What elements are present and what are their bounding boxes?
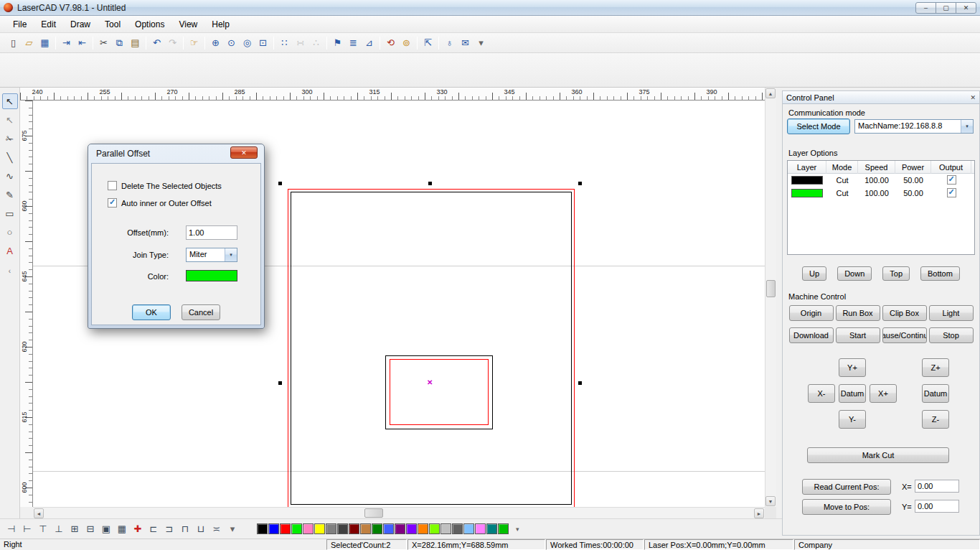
select-mode-button[interactable]: Select Mode — [787, 118, 850, 134]
array-output-icon[interactable]: ⇱ — [420, 35, 435, 50]
node-edit-tool[interactable]: ↖ — [2, 112, 18, 128]
selection-handle[interactable] — [278, 182, 282, 185]
mail-icon[interactable]: ✉ — [458, 35, 473, 50]
layer-row[interactable]: Cut100.0050.00 — [788, 174, 974, 187]
menu-item-tool[interactable]: Tool — [98, 17, 128, 32]
palette-color-swatch[interactable] — [440, 523, 451, 534]
palette-color-swatch[interactable] — [303, 523, 314, 534]
list-icon[interactable]: ≣ — [346, 35, 361, 50]
machine-origin-button[interactable]: Origin — [789, 305, 834, 321]
simulate-icon[interactable]: ⟲ — [383, 35, 398, 50]
paste-icon[interactable]: ▤ — [128, 35, 143, 50]
align-left-icon[interactable]: ⊣ — [4, 522, 19, 536]
layer-row[interactable]: Cut100.0050.00 — [788, 187, 974, 200]
selection-handle[interactable] — [578, 182, 582, 185]
horizontal-scrollbar[interactable]: ◄ ► — [33, 507, 765, 518]
jog-x-plus-button[interactable]: X+ — [870, 384, 897, 403]
layer-speed-cell[interactable]: 100.00 — [858, 176, 895, 185]
machine-stop-button[interactable]: Stop — [929, 327, 974, 343]
machine-name-select[interactable]: MachName:192.168.8.8 ▾ — [854, 119, 974, 134]
offset-value-input[interactable] — [186, 225, 237, 240]
layer-bottom-button[interactable]: Bottom — [920, 266, 960, 281]
order-icon[interactable]: ≍ — [209, 522, 224, 536]
pan-icon[interactable]: ☞ — [187, 35, 202, 50]
new-file-icon[interactable]: ▯ — [6, 35, 21, 50]
menu-item-draw[interactable]: Draw — [63, 17, 98, 32]
layer-output-checkbox[interactable] — [947, 175, 956, 185]
minimize-button[interactable]: – — [915, 2, 936, 14]
open-file-icon[interactable]: ▱ — [22, 35, 37, 50]
read-current-pos-button[interactable]: Read Current Pos: — [802, 479, 891, 495]
scroll-right-icon[interactable]: ► — [754, 508, 764, 518]
palette-color-swatch[interactable] — [280, 523, 291, 534]
scroll-left-icon[interactable]: ◄ — [34, 508, 44, 518]
save-icon[interactable]: ▦ — [37, 35, 52, 50]
scroll-up-icon[interactable]: ▲ — [765, 88, 776, 98]
layer-power-cell[interactable]: 50.00 — [895, 176, 931, 185]
group-icon[interactable]: ▦ — [115, 522, 129, 536]
layer-power-cell[interactable]: 50.00 — [895, 189, 931, 197]
selected-rectangle-object[interactable] — [291, 192, 572, 505]
menu-item-edit[interactable]: Edit — [34, 17, 63, 32]
palette-color-swatch[interactable] — [486, 523, 497, 534]
zoom-all-icon[interactable]: ◎ — [240, 35, 255, 50]
datum-z-button[interactable]: Datum — [922, 384, 949, 403]
scroll-down-icon[interactable]: ▼ — [765, 496, 776, 506]
palette-color-swatch[interactable] — [395, 523, 405, 534]
distribute-top-icon[interactable]: ⊓ — [178, 522, 192, 536]
mark-cut-button[interactable]: Mark Cut — [807, 447, 949, 463]
measure-icon[interactable]: ⊿ — [362, 35, 377, 50]
chevron-down-icon[interactable]: ▾ — [225, 248, 237, 261]
distribute-h-icon[interactable]: ⊏ — [146, 522, 161, 536]
close-button[interactable]: ✕ — [956, 2, 976, 14]
rectangle-tool[interactable]: ▭ — [2, 205, 18, 221]
palette-color-swatch[interactable] — [337, 523, 348, 534]
align-center-icon[interactable]: ⊞ — [67, 522, 82, 536]
palette-color-swatch[interactable] — [475, 523, 486, 534]
export-icon[interactable]: ⇤ — [75, 35, 90, 50]
machine-download-button[interactable]: Download — [789, 327, 834, 343]
align-right-icon[interactable]: ⊢ — [20, 522, 34, 536]
knife-tool[interactable]: ✁ — [2, 131, 18, 146]
maximize-button[interactable]: ▢ — [936, 2, 956, 14]
palette-color-swatch[interactable] — [314, 523, 325, 534]
menu-item-help[interactable]: Help — [204, 17, 237, 32]
palette-color-swatch[interactable] — [372, 523, 382, 534]
select-tool[interactable]: ↖ — [2, 93, 18, 109]
dialog-close-button[interactable]: ✕ — [230, 146, 258, 159]
pick-flag-icon[interactable]: ⚑ — [330, 35, 345, 50]
delete-objects-checkbox[interactable] — [108, 181, 117, 190]
palette-color-swatch[interactable] — [498, 523, 509, 534]
move-to-pos-button[interactable]: Move to Pos: — [802, 499, 891, 515]
menu-item-view[interactable]: View — [171, 17, 204, 32]
polyline-tool[interactable]: ∿ — [2, 168, 18, 184]
palette-color-swatch[interactable] — [257, 523, 268, 534]
weld-icon[interactable]: ✚ — [131, 522, 145, 536]
control-panel-close-icon[interactable]: ✕ — [970, 94, 976, 101]
offset-color-swatch[interactable] — [186, 270, 237, 281]
palette-color-swatch[interactable] — [406, 523, 417, 534]
horizontal-scroll-thumb[interactable] — [364, 508, 383, 518]
machine-run-box-button[interactable]: Run Box — [836, 305, 880, 321]
selection-handle[interactable] — [278, 381, 282, 385]
palette-color-swatch[interactable] — [291, 523, 302, 534]
selection-handle[interactable] — [428, 182, 432, 185]
palette-color-swatch[interactable] — [383, 523, 394, 534]
toolbar-more-icon[interactable]: ▾ — [473, 35, 489, 50]
jog-z-minus-button[interactable]: Z- — [922, 410, 949, 429]
ok-button[interactable]: OK — [132, 304, 171, 320]
pen-tool[interactable]: ✎ — [2, 187, 18, 202]
selection-handle[interactable] — [578, 381, 582, 385]
zoom-icon[interactable]: ⊙ — [224, 35, 239, 50]
jog-y-plus-button[interactable]: Y+ — [839, 358, 866, 377]
layer-speed-cell[interactable]: 100.00 — [858, 189, 895, 197]
palette-color-swatch[interactable] — [452, 523, 463, 534]
palette-color-swatch[interactable] — [463, 523, 474, 534]
same-size-icon[interactable]: ▣ — [99, 522, 113, 536]
palette-more-icon[interactable]: ▾ — [516, 526, 519, 533]
align-more-icon[interactable]: ▾ — [225, 522, 240, 536]
datum-xy-button[interactable]: Datum — [839, 384, 866, 403]
current-x-input[interactable] — [915, 480, 959, 493]
auto-offset-checkbox[interactable] — [108, 198, 117, 208]
cut-icon[interactable]: ✂ — [96, 35, 111, 50]
